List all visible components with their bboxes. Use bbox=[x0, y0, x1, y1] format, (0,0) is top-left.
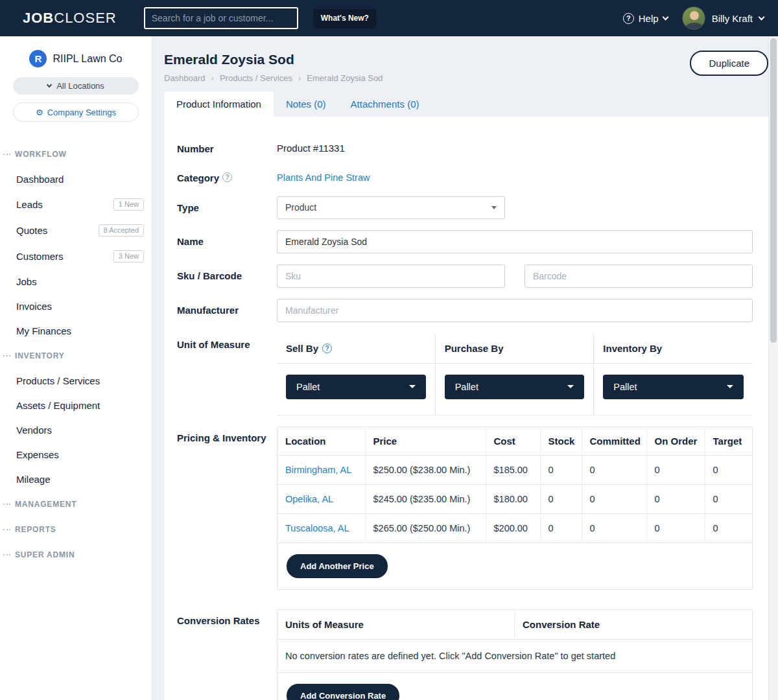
barcode-input[interactable] bbox=[525, 264, 753, 288]
on-order-cell: 0 bbox=[646, 455, 705, 484]
company-logo: R bbox=[29, 50, 47, 67]
app-logo-bold: JOB bbox=[23, 10, 54, 26]
number-value: Product #11331 bbox=[277, 137, 753, 156]
manufacturer-input[interactable] bbox=[277, 299, 753, 322]
unit-of-measure-label: Unit of Measure bbox=[177, 333, 277, 415]
on-order-cell: 0 bbox=[646, 513, 705, 542]
section-dash-icon bbox=[3, 154, 10, 155]
sidebar-item-label: Expenses bbox=[16, 449, 59, 460]
on-order-cell: 0 bbox=[646, 484, 705, 513]
purchase-by-header: Purchase By bbox=[436, 333, 594, 364]
col-conversion-rate: Conversion Rate bbox=[515, 610, 752, 639]
customers-badge: 3 New bbox=[113, 250, 144, 262]
tab-product-information[interactable]: Product Information bbox=[164, 91, 274, 117]
duplicate-button[interactable]: Duplicate bbox=[690, 51, 768, 76]
add-conversion-rate-button[interactable]: Add Conversion Rate bbox=[287, 684, 399, 700]
sidebar-nav: WORKFLOW Dashboard Leads 1 New Quotes 8 … bbox=[0, 141, 152, 567]
sidebar-item-products-services[interactable]: Products / Services bbox=[0, 368, 152, 393]
whats-new-button[interactable]: What's New? bbox=[314, 9, 376, 27]
sidebar-item-leads[interactable]: Leads 1 New bbox=[0, 191, 152, 217]
sidebar-item-invoices[interactable]: Invoices bbox=[0, 294, 152, 318]
sell-by-select[interactable]: Pallet bbox=[286, 375, 426, 399]
breadcrumb-separator: › bbox=[211, 73, 214, 83]
help-icon: ? bbox=[623, 13, 634, 24]
col-cost: Cost bbox=[486, 427, 540, 456]
page-layout: R RIIPL Lawn Co All Locations ⚙ Company … bbox=[0, 36, 778, 700]
add-another-price-button[interactable]: Add Another Price bbox=[287, 554, 388, 578]
all-locations-label: All Locations bbox=[56, 81, 104, 91]
sidebar-item-vendors[interactable]: Vendors bbox=[0, 417, 152, 442]
breadcrumb-current: Emerald Zoysia Sod bbox=[307, 73, 383, 83]
price-cell: $265.00 ($250.00 Min.) bbox=[365, 513, 486, 542]
sidebar-item-expenses[interactable]: Expenses bbox=[0, 442, 152, 467]
help-label: Help bbox=[639, 13, 659, 24]
conversion-rates-label: Conversion Rates bbox=[177, 609, 277, 700]
col-units-of-measure: Units of Measure bbox=[277, 610, 515, 639]
unit-of-measure-row: Unit of Measure Sell By ? Pallet bbox=[177, 333, 753, 415]
sidebar-item-mileage[interactable]: Mileage bbox=[0, 467, 152, 491]
all-locations-dropdown[interactable]: All Locations bbox=[13, 77, 139, 95]
sell-by-header: Sell By ? bbox=[277, 333, 435, 364]
breadcrumb-dashboard[interactable]: Dashboard bbox=[164, 73, 206, 83]
sell-by-help-icon[interactable]: ? bbox=[322, 344, 332, 353]
window-scrollbar[interactable] bbox=[768, 36, 778, 700]
sidebar-item-assets-equipment[interactable]: Assets / Equipment bbox=[0, 393, 152, 417]
chevron-down-icon bbox=[409, 385, 416, 388]
location-link[interactable]: Tuscaloosa, AL bbox=[285, 523, 349, 533]
gear-icon: ⚙ bbox=[36, 108, 43, 117]
pricing-inventory-label: Pricing & Inventory bbox=[177, 426, 277, 590]
sidebar-item-jobs[interactable]: Jobs bbox=[0, 269, 152, 294]
type-select[interactable]: Product bbox=[277, 196, 505, 219]
cost-cell: $200.00 bbox=[486, 513, 540, 542]
company-settings-label: Company Settings bbox=[47, 108, 116, 117]
number-label: Number bbox=[177, 137, 277, 156]
company-settings-button[interactable]: ⚙ Company Settings bbox=[13, 102, 139, 122]
scrollbar-thumb[interactable] bbox=[770, 38, 777, 343]
conversion-header-row: Units of Measure Conversion Rate bbox=[277, 610, 752, 640]
purchase-by-column: Purchase By Pallet bbox=[436, 333, 595, 415]
user-menu[interactable]: Billy Kraft bbox=[682, 6, 764, 30]
leads-badge: 1 New bbox=[113, 198, 144, 211]
company-name: RIIPL Lawn Co bbox=[53, 53, 122, 65]
page-header: Emerald Zoysia Sod Dashboard › Products … bbox=[164, 36, 768, 83]
purchase-by-select[interactable]: Pallet bbox=[445, 375, 585, 399]
chevron-down-icon bbox=[47, 82, 52, 87]
category-help-icon[interactable]: ? bbox=[222, 172, 232, 182]
col-on-order: On Order bbox=[646, 427, 705, 456]
category-link[interactable]: Plants And Pine Straw bbox=[277, 172, 370, 183]
sidebar: R RIIPL Lawn Co All Locations ⚙ Company … bbox=[0, 36, 152, 700]
stock-cell: 0 bbox=[540, 484, 582, 513]
help-menu[interactable]: ? Help bbox=[623, 13, 668, 24]
sidebar-item-quotes[interactable]: Quotes 8 Accepted bbox=[0, 217, 152, 243]
tab-notes[interactable]: Notes (0) bbox=[274, 91, 338, 117]
pricing-header-row: Location Price Cost Stock Committed On O… bbox=[277, 427, 752, 456]
sidebar-item-customers[interactable]: Customers 3 New bbox=[0, 243, 152, 269]
conversion-empty-state: No conversion rates are defined yet. Cli… bbox=[277, 640, 752, 673]
category-row: Category ? Plants And Pine Straw bbox=[177, 167, 753, 185]
sidebar-item-label: Assets / Equipment bbox=[16, 400, 100, 411]
breadcrumb-products-services[interactable]: Products / Services bbox=[220, 73, 292, 83]
type-row: Type Product bbox=[177, 196, 753, 219]
manufacturer-label: Manufacturer bbox=[177, 299, 277, 322]
col-price: Price bbox=[365, 427, 486, 456]
sidebar-item-my-finances[interactable]: My Finances bbox=[0, 318, 152, 343]
col-location: Location bbox=[277, 427, 365, 456]
nav-section-management: MANAGEMENT bbox=[0, 491, 152, 517]
inventory-by-select[interactable]: Pallet bbox=[603, 375, 744, 399]
sidebar-item-label: Quotes bbox=[16, 225, 47, 236]
tab-attachments[interactable]: Attachments (0) bbox=[338, 91, 432, 117]
nav-section-super-admin: SUPER ADMIN bbox=[0, 542, 152, 567]
search-input[interactable] bbox=[144, 7, 298, 29]
location-link[interactable]: Birmingham, AL bbox=[285, 465, 351, 475]
tab-bar: Product Information Notes (0) Attachment… bbox=[164, 91, 768, 117]
product-information-panel: Number Product #11331 Category ? Plants … bbox=[164, 117, 768, 700]
committed-cell: 0 bbox=[582, 455, 646, 484]
sidebar-item-label: Products / Services bbox=[16, 375, 100, 386]
name-input[interactable] bbox=[277, 230, 753, 253]
sidebar-item-dashboard[interactable]: Dashboard bbox=[0, 167, 152, 191]
price-cell: $245.00 ($235.00 Min.) bbox=[365, 484, 486, 513]
sku-input[interactable] bbox=[277, 264, 505, 288]
location-link[interactable]: Opelika, AL bbox=[285, 494, 333, 504]
pricing-table: Location Price Cost Stock Committed On O… bbox=[277, 427, 752, 543]
type-select-value: Product bbox=[285, 202, 316, 213]
